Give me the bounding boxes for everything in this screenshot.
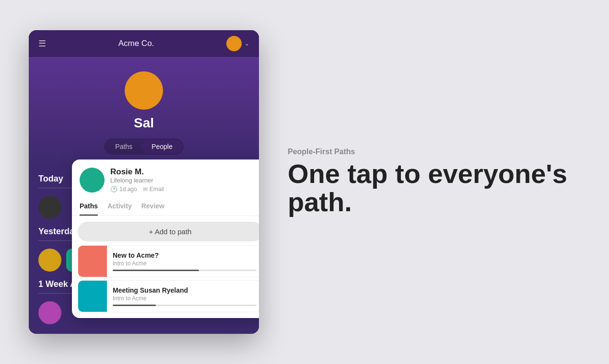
- popup-card: Rosie M. Lifelong learner 🕐 1d ago ✉ Ema…: [72, 159, 259, 318]
- tab-people[interactable]: People: [142, 140, 182, 153]
- app-window: ☰ Acme Co. ⌄ Sal Paths People Today: [29, 30, 259, 334]
- profile-section: Sal Paths People: [29, 57, 259, 164]
- popup-meta: 🕐 1d ago ✉ Email: [110, 186, 164, 193]
- path-item-0-progress-bar: [113, 270, 199, 271]
- title-bar: ☰ Acme Co. ⌄: [29, 30, 259, 57]
- hamburger-icon[interactable]: ☰: [38, 38, 46, 49]
- path-item-0[interactable]: New to Acme? Intro to Acme: [78, 245, 259, 277]
- popup-role: Lifelong learner: [110, 177, 164, 184]
- popup-time: 🕐 1d ago: [110, 186, 137, 193]
- profile-tabs: Paths People: [104, 138, 183, 155]
- path-item-1-progress-bar: [113, 305, 156, 306]
- path-color-salmon: [78, 246, 107, 277]
- popup-tab-activity[interactable]: Activity: [107, 202, 132, 216]
- avatar-today-0[interactable]: [38, 196, 61, 219]
- path-item-1-content: Meeting Susan Ryeland Intro to Acme: [107, 281, 259, 312]
- popup-tabs: Paths Activity Review: [72, 196, 259, 216]
- app-title: Acme Co.: [118, 39, 154, 48]
- avatar-yesterday-0[interactable]: [38, 249, 61, 272]
- path-item-1-progress-track: [113, 305, 257, 306]
- clock-icon: 🕐: [110, 186, 117, 193]
- marketing-title: One tap to everyone's path.: [288, 160, 580, 216]
- title-bar-right: ⌄: [226, 36, 249, 51]
- content-area: Today Yesterday 1 Week Ago: [29, 164, 259, 334]
- path-item-1-subtitle: Intro to Acme: [113, 295, 257, 302]
- email-icon: ✉: [143, 186, 148, 193]
- path-item-1[interactable]: Meeting Susan Ryeland Intro to Acme: [78, 280, 259, 312]
- popup-tab-paths[interactable]: Paths: [80, 202, 98, 216]
- path-item-0-progress-track: [113, 270, 257, 271]
- path-item-0-subtitle: Intro to Acme: [113, 260, 257, 267]
- popup-user-row: Rosie M. Lifelong learner 🕐 1d ago ✉ Ema…: [80, 167, 259, 193]
- popup-user-info: Rosie M. Lifelong learner 🕐 1d ago ✉ Ema…: [110, 167, 164, 193]
- profile-name: Sal: [134, 115, 154, 131]
- tab-paths[interactable]: Paths: [105, 140, 142, 153]
- page-wrapper: ☰ Acme Co. ⌄ Sal Paths People Today: [29, 30, 580, 334]
- path-color-teal: [78, 281, 107, 312]
- add-to-path-button[interactable]: + Add to path: [78, 222, 259, 241]
- path-item-1-title: Meeting Susan Ryeland: [113, 286, 257, 294]
- chevron-down-icon[interactable]: ⌄: [245, 40, 249, 47]
- popup-avatar: [80, 168, 105, 193]
- marketing-copy: People-First Paths One tap to everyone's…: [288, 148, 580, 216]
- path-item-0-content: New to Acme? Intro to Acme: [107, 246, 259, 277]
- profile-avatar: [125, 71, 163, 110]
- user-avatar-small[interactable]: [226, 36, 242, 51]
- popup-header: Rosie M. Lifelong learner 🕐 1d ago ✉ Ema…: [72, 159, 259, 193]
- path-item-0-title: New to Acme?: [113, 251, 257, 259]
- popup-name: Rosie M.: [110, 167, 164, 177]
- marketing-subtitle: People-First Paths: [288, 148, 580, 156]
- popup-email[interactable]: ✉ Email: [143, 186, 164, 193]
- avatar-week-0[interactable]: [38, 301, 61, 324]
- popup-tab-review[interactable]: Review: [141, 202, 164, 216]
